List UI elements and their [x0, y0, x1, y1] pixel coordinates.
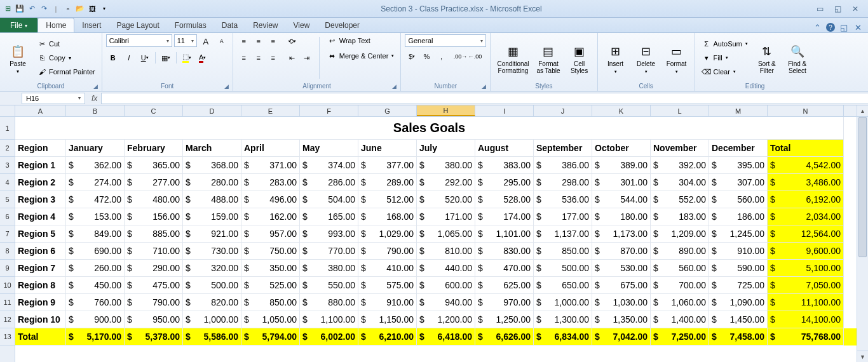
data-cell[interactable]: $260.00 [66, 260, 125, 277]
data-cell[interactable]: $6,192.00 [768, 191, 844, 208]
column-header-cell[interactable]: Region [15, 140, 66, 157]
minimize-icon[interactable]: ▭ [813, 4, 826, 14]
region-cell[interactable]: Region 6 [15, 243, 66, 260]
data-cell[interactable]: $1,300.00 [534, 311, 592, 328]
column-header-E[interactable]: E [241, 105, 300, 116]
merge-center-button[interactable]: ⬌Merge & Center▾ [325, 50, 397, 62]
tab-home[interactable]: Home [37, 18, 74, 32]
column-header-K[interactable]: K [592, 105, 651, 116]
row-header-5[interactable]: 5 [0, 191, 15, 208]
data-cell[interactable]: $1,100.00 [300, 311, 358, 328]
data-cell[interactable]: $350.00 [241, 260, 300, 277]
data-cell[interactable]: $156.00 [125, 208, 183, 225]
fill-button[interactable]: ▾Fill▾ [699, 51, 750, 64]
paste-button[interactable]: 📋 Paste▾ [4, 34, 32, 81]
copy-button[interactable]: ⎘Copy▾ [34, 51, 98, 64]
data-cell[interactable]: $383.00 [475, 157, 534, 174]
data-cell[interactable]: $590.00 [709, 260, 768, 277]
data-cell[interactable]: $750.00 [241, 243, 300, 260]
data-cell[interactable]: $1,030.00 [592, 294, 651, 311]
data-cell[interactable]: $286.00 [300, 174, 358, 191]
data-cell[interactable]: $870.00 [592, 243, 651, 260]
insert-cells-button[interactable]: ⊞Insert▾ [602, 34, 630, 81]
column-header-cell[interactable]: September [534, 140, 592, 157]
select-all-corner[interactable] [0, 105, 15, 117]
data-cell[interactable]: $1,173.00 [592, 225, 651, 243]
data-cell[interactable]: $528.00 [475, 191, 534, 208]
restore-window-icon[interactable]: ◱ [839, 22, 849, 32]
region-cell[interactable]: Region 4 [15, 208, 66, 225]
scroll-thumb[interactable] [858, 117, 867, 257]
align-middle-button[interactable]: ≡ [252, 34, 266, 48]
data-cell[interactable]: $6,002.00 [300, 328, 358, 345]
close-icon[interactable]: ✕ [849, 4, 862, 14]
column-header-J[interactable]: J [534, 105, 592, 116]
data-cell[interactable]: $177.00 [534, 208, 592, 225]
decrease-decimal-button[interactable]: ←.00 [468, 50, 482, 64]
data-cell[interactable]: $700.00 [651, 277, 709, 294]
tab-view[interactable]: View [286, 18, 318, 32]
data-cell[interactable]: $810.00 [417, 243, 475, 260]
data-cell[interactable]: $440.00 [417, 260, 475, 277]
data-cell[interactable]: $970.00 [475, 294, 534, 311]
data-cell[interactable]: $1,029.00 [358, 225, 417, 243]
data-cell[interactable]: $885.00 [125, 225, 183, 243]
row-header-2[interactable]: 2 [0, 140, 15, 157]
data-cell[interactable]: $298.00 [534, 174, 592, 191]
increase-decimal-button[interactable]: .00→ [453, 50, 467, 64]
scroll-track[interactable] [857, 117, 868, 351]
data-cell[interactable]: $1,101.00 [475, 225, 534, 243]
vertical-scrollbar[interactable]: ▲ ▼ [857, 105, 868, 362]
increase-indent-button[interactable]: ⇥ [300, 51, 314, 65]
data-cell[interactable]: $5,170.00 [66, 328, 125, 345]
data-cell[interactable]: $552.00 [651, 191, 709, 208]
data-cell[interactable]: $289.00 [358, 174, 417, 191]
data-cell[interactable]: $550.00 [300, 277, 358, 294]
data-cell[interactable]: $7,250.00 [651, 328, 709, 345]
column-header-A[interactable]: A [15, 105, 66, 116]
underline-button[interactable]: U▾ [138, 51, 152, 65]
data-cell[interactable]: $830.00 [475, 243, 534, 260]
column-header-C[interactable]: C [125, 105, 183, 116]
tab-data[interactable]: Data [214, 18, 245, 32]
data-cell[interactable]: $1,350.00 [592, 311, 651, 328]
data-cell[interactable]: $910.00 [358, 294, 417, 311]
data-cell[interactable]: $890.00 [651, 243, 709, 260]
align-bottom-button[interactable]: ≡ [266, 34, 280, 48]
excel-icon[interactable]: ⊞ [3, 4, 13, 14]
data-cell[interactable]: $849.00 [66, 225, 125, 243]
column-header-cell[interactable]: April [241, 140, 300, 157]
undo-icon[interactable]: ↶ [27, 4, 37, 14]
data-cell[interactable]: $283.00 [241, 174, 300, 191]
column-header-cell[interactable]: October [592, 140, 651, 157]
data-cell[interactable]: $504.00 [300, 191, 358, 208]
font-color-button[interactable]: A▾ [196, 51, 210, 65]
column-header-B[interactable]: B [66, 105, 125, 116]
autosum-button[interactable]: ΣAutoSum▾ [699, 37, 750, 50]
region-cell[interactable]: Region 2 [15, 174, 66, 191]
sort-filter-button[interactable]: ⇅Sort & Filter [753, 34, 781, 81]
column-header-H[interactable]: H [417, 105, 475, 116]
row-header-8[interactable]: 8 [0, 243, 15, 260]
data-cell[interactable]: $7,042.00 [592, 328, 651, 345]
format-painter-button[interactable]: 🖌Format Painter [34, 65, 98, 78]
data-cell[interactable]: $1,000.00 [183, 311, 241, 328]
data-cell[interactable]: $1,400.00 [651, 311, 709, 328]
data-cell[interactable]: $320.00 [183, 260, 241, 277]
column-header-cell[interactable]: February [125, 140, 183, 157]
data-cell[interactable]: $180.00 [592, 208, 651, 225]
data-cell[interactable]: $410.00 [358, 260, 417, 277]
data-cell[interactable]: $1,450.00 [709, 311, 768, 328]
data-cell[interactable]: $560.00 [651, 260, 709, 277]
data-cell[interactable]: $1,200.00 [417, 311, 475, 328]
data-cell[interactable]: $386.00 [534, 157, 592, 174]
data-cell[interactable]: $6,626.00 [475, 328, 534, 345]
open-icon[interactable]: 📂 [75, 4, 85, 14]
column-header-cell[interactable]: June [358, 140, 417, 157]
data-cell[interactable]: $374.00 [300, 157, 358, 174]
row-header-9[interactable]: 9 [0, 260, 15, 277]
data-cell[interactable]: $171.00 [417, 208, 475, 225]
data-cell[interactable]: $1,090.00 [709, 294, 768, 311]
column-header-cell[interactable]: Total [768, 140, 844, 157]
conditional-formatting-button[interactable]: ▦Conditional Formatting [494, 34, 531, 81]
